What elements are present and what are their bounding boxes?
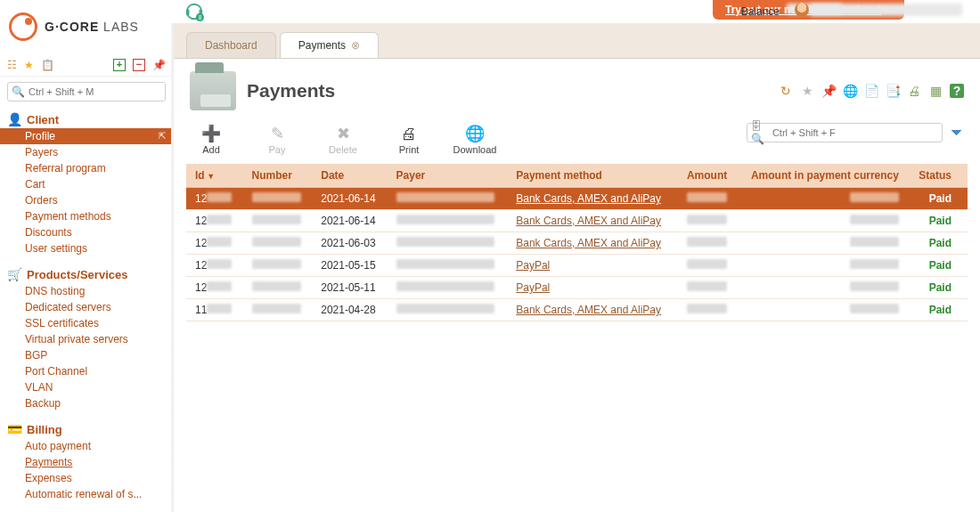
cell-date: 2021-06-03 <box>312 232 387 255</box>
cell-id: 12 <box>186 277 243 299</box>
cell-number <box>243 299 313 321</box>
collapse-all-icon[interactable]: − <box>133 59 145 71</box>
table-row[interactable]: 122021-06-03Bank Cards, AMEX and AliPayP… <box>186 232 968 255</box>
quick-search-box[interactable]: 🗄🔍 <box>747 123 943 142</box>
payment-method-link[interactable]: Bank Cards, AMEX and AliPay <box>516 304 661 316</box>
star-icon[interactable]: ★ <box>24 59 34 71</box>
download-button[interactable]: 🌐Download <box>453 123 496 155</box>
col-amount[interactable]: Amount <box>676 164 737 188</box>
sidebar-item-discounts[interactable]: Discounts <box>0 224 173 240</box>
sidebar-item-ssl-certificates[interactable]: SSL certificates <box>0 315 173 331</box>
sidebar-item-expenses[interactable]: Expenses <box>0 470 173 486</box>
sidebar-item-port-channel[interactable]: Port Channel <box>0 363 173 379</box>
quick-search-input[interactable] <box>772 127 938 138</box>
sidebar-item-referral-program[interactable]: Referral program <box>0 160 173 176</box>
copy-icon[interactable]: 📄 <box>864 84 878 98</box>
support-icon[interactable]: 8 <box>184 2 204 21</box>
filter-icon[interactable]: ⏷ <box>950 125 964 141</box>
sidebar-section-products-services[interactable]: 🛒Products/Services <box>0 262 173 283</box>
col-payer[interactable]: Payer <box>388 164 508 188</box>
star-icon[interactable]: ★ <box>800 84 814 98</box>
cell-date: 2021-06-14 <box>312 188 387 210</box>
section-icon: 🛒 <box>7 267 21 281</box>
avatar[interactable] <box>795 3 809 17</box>
page-title: Payments <box>247 80 335 102</box>
sidebar-item-auto-payment[interactable]: Auto payment <box>0 438 173 454</box>
clipboard-icon[interactable]: 📋 <box>41 59 54 71</box>
col-date[interactable]: Date <box>312 164 387 188</box>
cell-status: Paid <box>908 210 968 232</box>
col-number[interactable]: Number <box>243 164 313 188</box>
pin-icon[interactable]: 📌 <box>821 84 836 98</box>
balance-label: Balance <box>741 5 780 18</box>
table-row[interactable]: 112021-04-28Bank Cards, AMEX and AliPayP… <box>186 299 968 321</box>
col-id[interactable]: Id <box>186 164 243 188</box>
pin-icon[interactable]: 📌 <box>152 59 166 71</box>
section-icon: 👤 <box>7 112 21 126</box>
sidebar-section-client[interactable]: 👤Client <box>0 107 173 128</box>
payment-method-link[interactable]: PayPal <box>516 259 550 272</box>
table-icon[interactable]: ▦ <box>928 84 943 98</box>
tab-label: Dashboard <box>205 39 257 52</box>
sidebar-item-cart[interactable]: Cart <box>0 176 173 192</box>
payment-method-link[interactable]: Bank Cards, AMEX and AliPay <box>516 215 661 227</box>
logo-icon <box>9 12 37 41</box>
cell-payer <box>388 232 508 255</box>
svg-rect-1 <box>186 9 190 15</box>
help-icon[interactable]: ? <box>950 84 964 98</box>
cell-method: PayPal <box>507 255 675 277</box>
tab-payments[interactable]: Payments⊗ <box>280 32 379 58</box>
sidebar-item-user-settings[interactable]: User settings <box>0 240 173 256</box>
cell-payer <box>388 188 508 210</box>
cell-date: 2021-06-14 <box>312 210 387 232</box>
col-payment-method[interactable]: Payment method <box>507 164 675 188</box>
action-label: Add <box>202 144 220 155</box>
table-row[interactable]: 122021-05-11PayPalPaid <box>186 277 968 299</box>
refresh-icon[interactable]: ↻ <box>779 84 793 98</box>
cell-amount-currency <box>736 299 908 321</box>
table-row[interactable]: 122021-06-14Bank Cards, AMEX and AliPayP… <box>186 188 968 210</box>
cell-number <box>243 188 313 210</box>
print-icon[interactable]: 🖨 <box>907 84 921 98</box>
sidebar-section-billing[interactable]: 💳Billing <box>0 417 173 438</box>
table-row[interactable]: 122021-05-15PayPalPaid <box>186 255 968 277</box>
sidebar-item-backup[interactable]: Backup <box>0 395 173 411</box>
col-amount-in-payment-currency[interactable]: Amount in payment currency <box>736 164 908 188</box>
cell-number <box>243 210 313 232</box>
table-row[interactable]: 122021-06-14Bank Cards, AMEX and AliPayP… <box>186 210 968 232</box>
expand-all-icon[interactable]: + <box>113 59 126 71</box>
tab-dashboard[interactable]: Dashboard <box>186 32 276 58</box>
sidebar-item-vlan[interactable]: VLAN <box>0 379 173 395</box>
cell-amount <box>676 255 737 277</box>
cell-payer <box>388 255 508 277</box>
close-icon[interactable]: ⊗ <box>351 39 360 52</box>
brand-name: G·CORE LABS <box>45 20 139 34</box>
payment-method-link[interactable]: Bank Cards, AMEX and AliPay <box>516 192 661 205</box>
add-icon: ➕ <box>200 123 223 144</box>
sidebar-item-payers[interactable]: Payers <box>0 144 173 160</box>
sidebar-item-virtual-private-servers[interactable]: Virtual private servers <box>0 331 173 347</box>
cell-number <box>243 277 313 299</box>
doc-icon[interactable]: 📑 <box>886 84 900 98</box>
sidebar-item-orders[interactable]: Orders <box>0 192 173 208</box>
sidebar-item-dedicated-servers[interactable]: Dedicated servers <box>0 299 173 315</box>
add-button[interactable]: ➕Add <box>190 123 233 155</box>
cell-id: 11 <box>186 299 243 321</box>
cell-status: Paid <box>908 188 968 210</box>
sidebar-item-payments[interactable]: Payments <box>0 454 173 470</box>
sidebar-item-dns-hosting[interactable]: DNS hosting <box>0 283 173 299</box>
sidebar-item-automatic-renewal-of-s-[interactable]: Automatic renewal of s... <box>0 486 173 502</box>
search-icon: 🔍 <box>12 85 25 98</box>
sidebar-item-profile[interactable]: Profile⇱ <box>0 128 173 144</box>
external-icon: ⇱ <box>159 131 166 141</box>
sidebar-search-input[interactable] <box>29 86 161 97</box>
sidebar-item-payment-methods[interactable]: Payment methods <box>0 208 173 224</box>
payment-method-link[interactable]: PayPal <box>516 281 550 294</box>
sidebar-search[interactable]: 🔍 <box>7 82 166 102</box>
sidebar-item-bgp[interactable]: BGP <box>0 347 173 363</box>
payment-method-link[interactable]: Bank Cards, AMEX and AliPay <box>516 237 661 249</box>
list-icon[interactable]: ☷ <box>7 59 17 71</box>
col-status[interactable]: Status <box>908 164 968 188</box>
print-button[interactable]: 🖨Print <box>388 123 430 155</box>
globe-icon[interactable]: 🌐 <box>843 84 857 98</box>
